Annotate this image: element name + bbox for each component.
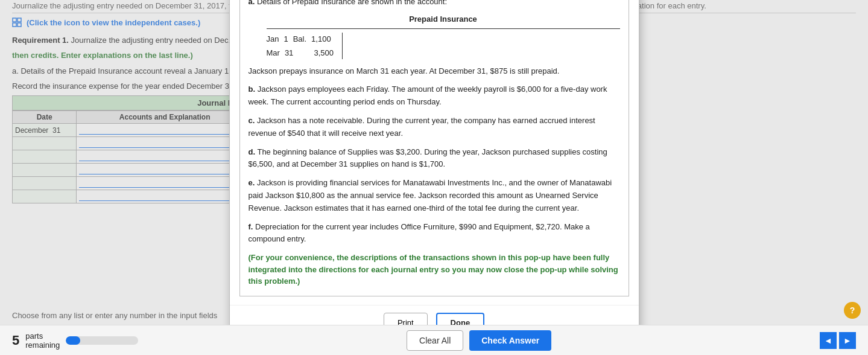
case-e-text: Jackson is providing financial services … xyxy=(249,178,612,213)
next-icon: ► xyxy=(843,336,852,345)
prepaid-divider xyxy=(267,28,620,29)
prepaid-row-2: Mar 31 3,500 xyxy=(267,46,334,60)
progress-bar xyxy=(66,336,138,345)
prepaid-mar: Mar xyxy=(267,47,280,60)
case-b-section: b. Jackson pays employees each Friday. T… xyxy=(249,83,620,109)
clear-all-button[interactable]: Clear All xyxy=(407,330,463,351)
case-d-text: The beginning balance of Supplies was $3… xyxy=(249,147,607,169)
prepaid-left: Jan 1 Bal. 1,100 Mar 31 3,500 xyxy=(267,33,334,60)
case-a-section: a. Details of Prepaid Insurance are show… xyxy=(249,0,620,77)
prepaid-row-1: Jan 1 Bal. 1,100 xyxy=(267,33,334,46)
green-note: (For your convenience, the descriptions … xyxy=(249,252,620,287)
case-f-letter: f. xyxy=(249,222,253,231)
case-a-description: Jackson prepays insurance on March 31 ea… xyxy=(249,65,620,78)
prepaid-vertical-line xyxy=(342,33,343,59)
prepaid-jan: Jan xyxy=(267,33,279,46)
modal-content-box: a. Details of Prepaid Insurance are show… xyxy=(239,0,629,296)
prepaid-31: 31 xyxy=(285,47,293,60)
help-button[interactable]: ? xyxy=(844,302,861,319)
prepaid-empty xyxy=(298,47,309,60)
case-c-letter: c. xyxy=(249,116,255,125)
prepaid-entries-wrapper: Jan 1 Bal. 1,100 Mar 31 3,500 xyxy=(267,33,620,60)
case-c-section: c. Jackson has a note receivable. During… xyxy=(249,115,620,140)
case-e-letter: e. xyxy=(249,178,255,187)
case-a-letter: a. xyxy=(249,0,255,6)
next-button[interactable]: ► xyxy=(839,332,856,349)
prepaid-1: 1 xyxy=(284,33,288,46)
case-c-text: Jackson has a note receivable. During th… xyxy=(249,116,595,138)
case-b-letter: b. xyxy=(249,85,256,94)
bottom-bar: 5 parts remaining Clear All Check Answer… xyxy=(0,325,868,355)
prepaid-3500: 3,500 xyxy=(314,47,334,60)
case-b-text: Jackson pays employees each Friday. The … xyxy=(249,85,607,106)
parts-label-line2: remaining xyxy=(25,341,60,350)
prepaid-bal: Bal. xyxy=(293,33,306,46)
parts-number: 5 xyxy=(12,333,19,348)
parts-label-line1: parts xyxy=(25,331,60,341)
case-d-section: d. The beginning balance of Supplies was… xyxy=(249,146,620,171)
parts-label: parts remaining xyxy=(25,331,60,350)
cases-modal: i Cases — ✕ a. Details of Prepaid Insura… xyxy=(229,0,639,343)
bottom-nav: ◄ ► xyxy=(820,332,856,349)
case-f-text: Depreciation for the current year includ… xyxy=(249,222,590,244)
prev-icon: ◄ xyxy=(824,336,832,345)
parts-remaining: 5 parts remaining xyxy=(12,331,138,350)
modal-overlay: i Cases — ✕ a. Details of Prepaid Insura… xyxy=(0,0,868,325)
bottom-center-actions: Clear All Check Answer xyxy=(407,330,551,351)
prepaid-1100: 1,100 xyxy=(311,33,331,46)
case-a-intro: Details of Prepaid Insurance are shown i… xyxy=(257,0,447,6)
case-e-section: e. Jackson is providing financial servic… xyxy=(249,177,620,214)
check-answer-button[interactable]: Check Answer xyxy=(469,330,551,351)
prev-button[interactable]: ◄ xyxy=(820,332,837,349)
progress-bar-fill xyxy=(66,336,80,345)
prepaid-title: Prepaid Insurance xyxy=(267,13,620,26)
case-d-letter: d. xyxy=(249,147,256,156)
modal-body: a. Details of Prepaid Insurance are show… xyxy=(230,0,639,305)
prepaid-table-section: Prepaid Insurance Jan 1 Bal. 1,100 xyxy=(267,13,620,60)
case-f-section: f. Depreciation for the current year inc… xyxy=(249,221,620,246)
